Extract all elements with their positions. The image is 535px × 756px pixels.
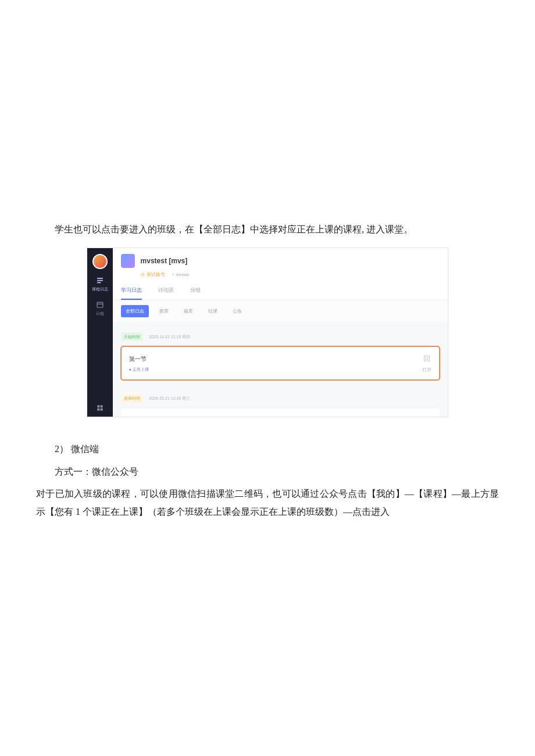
filter-class[interactable]: 教室 (155, 305, 173, 317)
intro-paragraph: 学生也可以点击要进入的班级，在【全部日志】中选择对应正在上课的课程, 进入课堂。 (36, 221, 499, 238)
log-entry-header: 开始时间 2020-10-22 11:10 周四 (121, 322, 440, 346)
log-entry-header: 发布时间 2020-10-21 16:26 周三 (121, 384, 440, 408)
svg-rect-8 (100, 409, 102, 411)
log-card-score: 0 未分 (422, 414, 431, 417)
badge-owner: mvww (172, 270, 189, 279)
main-tabs: 学习日志 讨论区 分组 (113, 280, 448, 300)
log-card-title: 第一节 (129, 353, 149, 364)
method-title: 方式一：微信公众号 (36, 463, 499, 481)
calendar-icon (95, 300, 105, 309)
method-description: 对于已加入班级的课程，可以使用微信扫描课堂二维码，也可以通过公众号点击【我的】—… (36, 485, 499, 521)
sidebar-item-settings[interactable] (91, 399, 109, 417)
sidebar-item-courselog[interactable]: 课程日志 (91, 276, 109, 293)
grid-icon (95, 403, 105, 413)
svg-rect-5 (97, 406, 99, 408)
sidebar-item-schedule[interactable]: 日程 (91, 300, 109, 318)
class-title: mvstest [mvs] (141, 255, 188, 268)
log-card-exam[interactable]: mvs考试 题目：1 选 满分：100分 限时：不限 0 未分 (121, 409, 440, 417)
class-avatar (121, 254, 135, 268)
app-screenshot: 课程日志 日程 (87, 248, 449, 417)
badge-test-account: 测试账号 (141, 270, 165, 279)
filter-end[interactable]: 结课 (204, 305, 222, 317)
svg-rect-7 (97, 409, 99, 411)
log-card-subtitle: ● 正在上课 (129, 366, 149, 373)
filter-all[interactable]: 全部日志 (121, 305, 149, 317)
tab-forum[interactable]: 讨论区 (158, 285, 174, 300)
sidebar-item-label: 课程日志 (92, 286, 108, 293)
section-title: 微信端 (71, 444, 99, 454)
log-card-current-lesson[interactable]: 第一节 ● 正在上课 回 打开 (121, 346, 440, 380)
section-bullet: 2） (55, 444, 69, 454)
filter-bank[interactable]: 题库 (179, 305, 198, 317)
svg-rect-2 (97, 282, 101, 284)
log-time: 2020-10-21 16:26 周三 (149, 396, 190, 400)
svg-rect-0 (97, 278, 103, 279)
svg-rect-1 (97, 280, 103, 281)
log-time: 2020-10-22 11:10 周四 (149, 335, 190, 339)
log-card-title: mvs考试 (129, 415, 194, 417)
log-tag-exam: 发布时间 (121, 394, 143, 403)
main-header: mvstest [mvs] 测试账号 mvww 学习日志 讨论区 分组 (113, 248, 448, 300)
open-icon: 回 (422, 352, 431, 366)
open-label: 打开 (422, 367, 431, 372)
log-list: 开始时间 2020-10-22 11:10 周四 第一节 ● 正在上课 回 打开… (113, 322, 448, 417)
filter-notice[interactable]: 公告 (228, 305, 247, 317)
svg-rect-4 (97, 304, 103, 304)
class-badges: 测试账号 mvww (141, 270, 189, 279)
log-card-action[interactable]: 回 打开 (422, 352, 431, 374)
tab-study-log[interactable]: 学习日志 (121, 285, 142, 300)
score-value: 0 (422, 414, 431, 417)
svg-rect-6 (100, 406, 102, 408)
avatar[interactable] (92, 254, 108, 269)
sidebar: 课程日志 日程 (87, 248, 113, 417)
list-icon (95, 276, 105, 285)
tab-group[interactable]: 分组 (190, 285, 201, 300)
section-number: 2） 微信端 (36, 440, 499, 458)
main-panel: mvstest [mvs] 测试账号 mvww 学习日志 讨论区 分组 全部日志… (113, 248, 448, 417)
log-tag-class: 开始时间 (121, 332, 143, 341)
log-filters: 全部日志 教室 题库 结课 公告 (113, 300, 448, 322)
sidebar-item-label: 日程 (96, 310, 104, 318)
svg-rect-3 (97, 302, 103, 307)
